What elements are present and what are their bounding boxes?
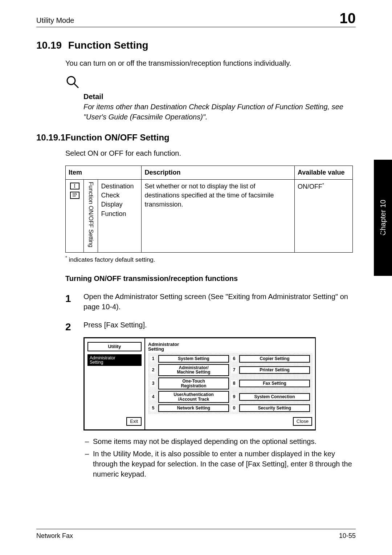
network-setting-button[interactable]: Network Setting <box>158 404 229 412</box>
footer-left: Network Fax <box>36 531 73 540</box>
btn-num-8: 8 <box>231 380 237 387</box>
system-setting-button[interactable]: System Setting <box>158 355 229 363</box>
chapter-number: 10 <box>340 11 356 25</box>
detail-text: For items other than Destination Check D… <box>83 102 356 122</box>
subsection-heading: 10.19.1Function ON/OFF Setting <box>36 131 356 144</box>
item-name-cell: Destination Check Display Function <box>98 179 142 252</box>
user-auth-account-track-button[interactable]: UserAuthentication /Account Track <box>158 391 229 403</box>
footer-right: 10-55 <box>339 531 356 540</box>
btn-num-2: 2 <box>150 367 156 373</box>
administrator-machine-setting-button[interactable]: Administrator/ Machine Setting <box>158 364 229 376</box>
step-2-notes: Some items may not be displayed dependin… <box>83 436 356 479</box>
btn-num-3: 3 <box>150 380 156 387</box>
value-text: ON/OFF <box>298 183 322 190</box>
copier-setting-button[interactable]: Copier Setting <box>239 355 310 363</box>
ui-selected-item[interactable]: Administrator Setting <box>87 354 142 366</box>
value-footnote-marker: * <box>322 182 324 187</box>
admin-screen-illustration: Utility Administrator Setting Exit Admin… <box>83 337 316 430</box>
step-2: 2 Press [Fax Setting]. Utility Administr… <box>65 320 356 481</box>
svg-line-1 <box>74 83 78 88</box>
btn-num-1: 1 <box>150 356 156 362</box>
system-connection-button[interactable]: System Connection <box>239 393 310 401</box>
description-cell: Set whether or not to display the list o… <box>142 179 295 252</box>
detail-block <box>65 75 356 89</box>
ui-left-pane: Utility Administrator Setting Exit <box>83 337 145 430</box>
footnote-marker: * <box>65 255 67 260</box>
step-1-number: 1 <box>65 291 83 312</box>
col-item: Item <box>66 166 142 179</box>
page-footer: Network Fax 10-55 <box>36 529 356 540</box>
btn-num-6: 6 <box>231 356 237 362</box>
section-heading: 10.19 Function Setting <box>36 38 356 52</box>
running-title: Utility Mode <box>36 15 74 25</box>
item-name: Destination Check Display Function <box>101 183 134 217</box>
magnifier-icon <box>65 75 83 89</box>
fax-setting-button[interactable]: Fax Setting <box>239 380 310 387</box>
mode-tab-label: Utility Mode <box>376 232 386 269</box>
section-title: Function Setting <box>68 40 148 51</box>
mode-tab: Utility Mode <box>374 214 388 287</box>
function-table: Item Description Available value I IP Fu… <box>65 166 353 253</box>
ui-right-title: Administrator Setting <box>148 342 312 351</box>
svg-point-0 <box>67 77 75 85</box>
btn-num-9: 9 <box>231 394 237 400</box>
table-row: I IP Function ON/OFF Setting Destination… <box>66 179 353 252</box>
step-2-number: 2 <box>65 320 83 481</box>
subsection-number: 10.19.1 <box>36 132 65 142</box>
close-button[interactable]: Close <box>293 417 312 426</box>
ui-right-pane: Administrator Setting 1 System Setting 6… <box>145 337 316 430</box>
step-2-text: Press [Fax Setting]. <box>83 321 147 329</box>
btn-num-0: 0 <box>231 405 237 411</box>
footnote-text: indicates factory default setting. <box>69 256 155 263</box>
step-1: 1 Open the Administrator Setting screen … <box>65 291 356 312</box>
one-touch-registration-button[interactable]: One-Touch Registration <box>158 378 229 389</box>
detail-heading: Detail <box>83 91 356 102</box>
col-description: Description <box>142 166 295 179</box>
intro-paragraph: You can turn on or off the transmission/… <box>65 58 356 68</box>
printer-setting-button[interactable]: Printer Setting <box>239 366 310 374</box>
protocol-icons: I IP <box>69 182 81 200</box>
list-item: In the Utility Mode, it is also possible… <box>83 449 356 479</box>
btn-num-4: 4 <box>150 394 156 400</box>
list-item: Some items may not be displayed dependin… <box>83 436 356 446</box>
value-cell: ON/OFF* <box>295 179 353 252</box>
subsection-title: Function ON/OFF Setting <box>65 132 170 142</box>
btn-num-7: 7 <box>231 367 237 373</box>
security-setting-button[interactable]: Security Setting <box>239 404 310 412</box>
section-number: 10.19 <box>36 38 62 52</box>
category-vertical-label: Function ON/OFF Setting <box>87 182 95 248</box>
ui-utility-label: Utility <box>87 342 142 351</box>
btn-num-5: 5 <box>150 405 156 411</box>
step-1-text: Open the Administrator Setting screen (S… <box>83 293 348 311</box>
procedure-title: Turning ON/OFF transmission/reception fu… <box>65 273 356 283</box>
col-value: Available value <box>295 166 353 179</box>
ip-box-icon: IP <box>70 192 79 199</box>
running-header: Utility Mode 10 <box>36 11 356 27</box>
subsection-intro: Select ON or OFF for each function. <box>65 148 356 158</box>
exit-button[interactable]: Exit <box>126 417 142 426</box>
i-box-icon: I <box>70 183 79 189</box>
footnote: * indicates factory default setting. <box>65 255 356 264</box>
